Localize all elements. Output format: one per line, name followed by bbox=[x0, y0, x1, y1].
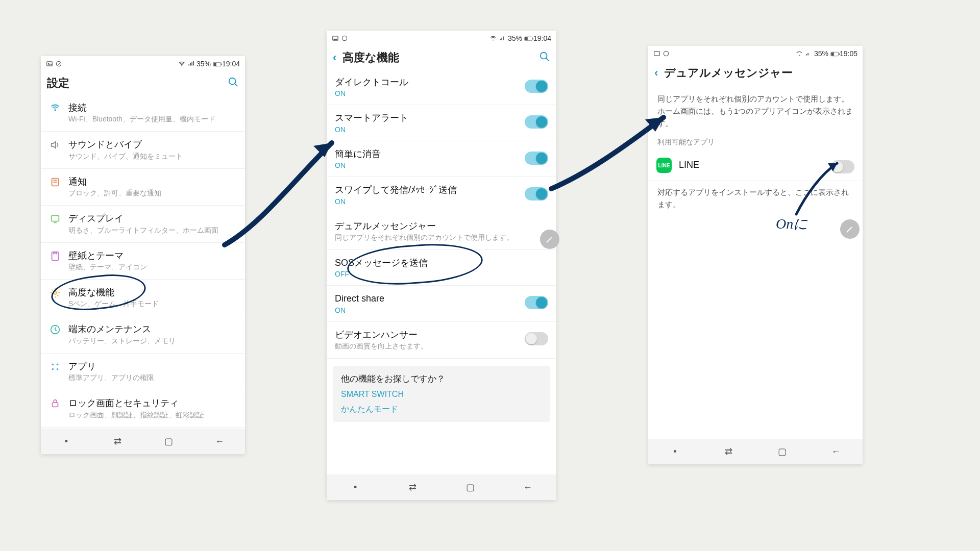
page-title: 高度な機能 bbox=[342, 50, 533, 65]
clock-text: 19:05 bbox=[840, 49, 857, 58]
row-title: 通知 bbox=[68, 176, 237, 188]
svg-point-24 bbox=[342, 36, 347, 40]
phone-advanced-features: 35% 19:04 ‹ 高度な機能 ダイレクトコールONスマートアラートON簡単… bbox=[327, 31, 556, 500]
battery-icon bbox=[213, 60, 220, 67]
adv-row-4[interactable]: デュアルメッセンジャー同じアプリをそれぞれ個別のアカウントで使用します。 bbox=[327, 213, 556, 250]
notifications-icon bbox=[49, 176, 61, 188]
description-text: 同じアプリをそれぞれ個別のアカウントで使用します。ホーム画面には、もう1つのアプ… bbox=[648, 85, 863, 131]
settings-row-connections[interactable]: 接続Wi-Fi、Bluetooth、データ使用量、機内モード bbox=[41, 95, 245, 132]
adv-row-1[interactable]: スマートアラートON bbox=[327, 105, 556, 141]
svg-rect-5 bbox=[213, 63, 216, 66]
nav-recents[interactable]: ⇄ bbox=[384, 482, 442, 493]
edit-fab[interactable] bbox=[840, 219, 860, 239]
svg-point-32 bbox=[664, 51, 668, 56]
nav-recents[interactable]: ⇄ bbox=[92, 436, 143, 447]
battery-icon bbox=[830, 50, 838, 57]
row-toggle[interactable] bbox=[525, 115, 548, 129]
battery-icon bbox=[524, 35, 531, 42]
sync-indicator-icon bbox=[341, 35, 348, 42]
svg-point-21 bbox=[57, 368, 59, 370]
advanced-list: ダイレクトコールONスマートアラートON簡単に消音ONスワイプして発信/ﾒｯｾｰ… bbox=[327, 69, 556, 474]
row-title: Direct share bbox=[335, 293, 518, 305]
row-title: 接続 bbox=[68, 102, 237, 114]
search-icon[interactable] bbox=[539, 51, 550, 64]
nav-menu-dot[interactable]: • bbox=[648, 446, 702, 457]
sync-indicator-icon bbox=[55, 60, 62, 67]
edit-fab[interactable] bbox=[540, 230, 559, 249]
settings-row-lock[interactable]: ロック画面とセキュリティロック画面、顔認証、指紋認証、虹彩認証 bbox=[41, 390, 245, 427]
adv-row-6[interactable]: Direct shareON bbox=[327, 286, 556, 321]
row-subtitle: サウンド、バイブ、通知をミュート bbox=[68, 152, 237, 161]
adv-row-2[interactable]: 簡単に消音ON bbox=[327, 141, 556, 177]
settings-row-display[interactable]: ディスプレイ明るさ、ブルーライトフィルター、ホーム画面 bbox=[41, 206, 245, 242]
battery-text: 35% bbox=[197, 60, 211, 68]
phone-dual-messenger: 35% 19:05 ‹ デュアルメッセンジャー 同じアプリをそれぞれ個別のアカウ… bbox=[648, 46, 863, 464]
row-toggle[interactable] bbox=[525, 152, 548, 165]
svg-point-9 bbox=[55, 110, 56, 111]
nav-back[interactable]: ← bbox=[499, 482, 557, 493]
row-subtitle: 標準アプリ、アプリの権限 bbox=[68, 373, 237, 383]
row-subtitle: 同じアプリをそれぞれ個別のアカウントで使用します。 bbox=[335, 233, 548, 242]
adv-row-3[interactable]: スワイプして発信/ﾒｯｾｰｼﾞ送信ON bbox=[327, 177, 556, 213]
suggest-link[interactable]: SMART SWITCH bbox=[341, 390, 542, 399]
nav-menu-dot[interactable]: • bbox=[327, 482, 384, 493]
nav-recents[interactable]: ⇄ bbox=[702, 446, 755, 457]
nav-home[interactable]: ▢ bbox=[143, 436, 194, 447]
settings-row-apps[interactable]: アプリ標準アプリ、アプリの権限 bbox=[41, 354, 245, 390]
back-button[interactable]: ‹ bbox=[333, 51, 336, 64]
settings-row-notifications[interactable]: 通知ブロック、許可、重要な通知 bbox=[41, 169, 245, 206]
settings-row-sound[interactable]: サウンドとバイブサウンド、バイブ、通知をミュート bbox=[41, 132, 245, 168]
svg-rect-35 bbox=[831, 53, 834, 56]
adv-row-7[interactable]: ビデオエンハンサー動画の画質を向上させます。 bbox=[327, 322, 556, 359]
app-name: LINE bbox=[679, 159, 824, 171]
lock-icon bbox=[49, 397, 61, 410]
adv-row-0[interactable]: ダイレクトコールON bbox=[327, 69, 556, 105]
row-title: アプリ bbox=[68, 361, 237, 372]
svg-point-16 bbox=[54, 291, 57, 294]
back-button[interactable]: ‹ bbox=[654, 66, 658, 80]
suggest-link[interactable]: かんたんモード bbox=[341, 404, 542, 415]
settings-row-wallpaper[interactable]: 壁紙とテーマ壁紙、テーマ、アイコン bbox=[41, 243, 245, 280]
image-indicator-icon bbox=[46, 60, 53, 67]
settings-row-advanced[interactable]: 高度な機能Sペン、ゲーム、片手モード bbox=[41, 280, 245, 316]
title-bar: ‹ 高度な機能 bbox=[327, 46, 556, 69]
nav-home[interactable]: ▢ bbox=[755, 446, 809, 457]
nav-back[interactable]: ← bbox=[809, 446, 863, 457]
search-icon[interactable] bbox=[228, 77, 239, 90]
row-subtitle: 明るさ、ブルーライトフィルター、ホーム画面 bbox=[68, 226, 237, 235]
row-toggle[interactable] bbox=[525, 187, 548, 201]
row-subtitle: Sペン、ゲーム、片手モード bbox=[68, 299, 237, 309]
line-toggle[interactable] bbox=[831, 160, 854, 173]
row-title: 端末のメンテナンス bbox=[68, 323, 237, 335]
battery-text: 35% bbox=[508, 34, 522, 42]
nav-menu-dot[interactable]: • bbox=[41, 436, 92, 447]
maintenance-icon bbox=[49, 323, 61, 336]
row-title: SOSメッセージを送信 bbox=[335, 257, 548, 269]
apps-icon bbox=[49, 361, 61, 373]
settings-row-maintenance[interactable]: 端末のメンテナンスバッテリー、ストレージ、メモリ bbox=[41, 316, 245, 353]
android-nav-bar: • ⇄ ▢ ← bbox=[648, 439, 863, 464]
row-toggle[interactable] bbox=[525, 80, 548, 93]
svg-point-33 bbox=[799, 55, 800, 56]
row-title: 簡単に消音 bbox=[335, 148, 518, 160]
row-toggle[interactable] bbox=[525, 296, 548, 309]
sound-icon bbox=[49, 139, 61, 151]
status-bar: 35% 19:04 bbox=[327, 31, 556, 46]
adv-row-5[interactable]: SOSメッセージを送信OFF bbox=[327, 250, 556, 286]
battery-text: 35% bbox=[814, 49, 828, 58]
row-title: 壁紙とテーマ bbox=[68, 250, 237, 262]
row-state: ON bbox=[335, 161, 518, 169]
svg-line-30 bbox=[546, 58, 549, 61]
nav-back[interactable]: ← bbox=[194, 436, 245, 447]
svg-point-25 bbox=[493, 40, 494, 41]
section-available-apps: 利用可能なアプリ bbox=[648, 131, 863, 150]
wifi-icon bbox=[178, 60, 185, 67]
wifi-icon bbox=[489, 35, 497, 42]
app-row-line[interactable]: LINE LINE bbox=[648, 150, 863, 181]
row-subtitle: 動画の画質を向上させます。 bbox=[335, 342, 518, 351]
title-bar: ‹ デュアルメッセンジャー bbox=[648, 61, 863, 85]
svg-point-18 bbox=[52, 363, 54, 365]
row-toggle[interactable] bbox=[525, 332, 548, 345]
suggest-lead: 他の機能をお探しですか？ bbox=[341, 373, 542, 385]
nav-home[interactable]: ▢ bbox=[442, 482, 499, 493]
